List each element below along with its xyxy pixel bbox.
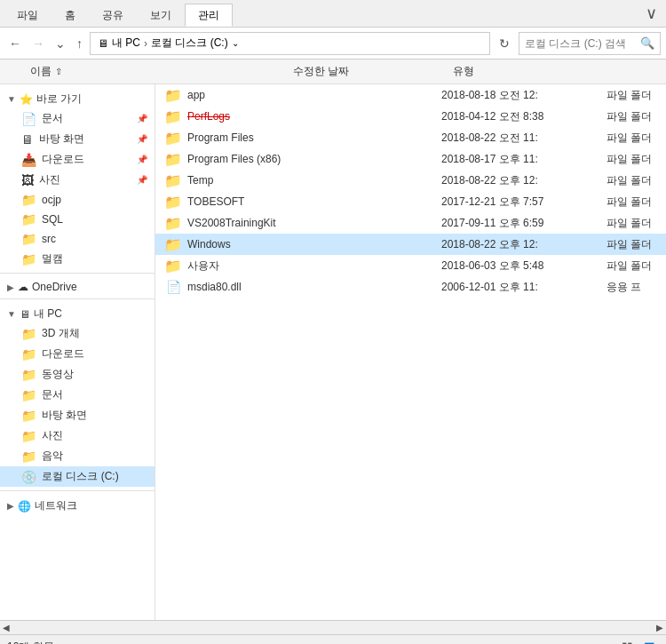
network-arrow: ▶	[7, 501, 14, 511]
folder-3d-icon: 📁	[21, 327, 36, 341]
sidebar-item-mulcam[interactable]: 📁 멀캠	[0, 249, 155, 269]
mypc-arrow: ▼	[7, 309, 16, 319]
path-segment-pc[interactable]: 내 PC	[112, 36, 140, 51]
search-input[interactable]	[525, 37, 640, 50]
forward-button[interactable]: →	[28, 35, 48, 52]
table-row[interactable]: 📁 Program Files 2018-08-22 오전 11: 파일 폴더	[155, 127, 666, 148]
folder-icon: 🖥	[21, 132, 34, 147]
table-row[interactable]: 📁 app 2018-08-18 오전 12: 파일 폴더	[155, 84, 666, 106]
file-name: Program Files (x86)	[187, 153, 436, 165]
file-date: 2018-06-03 오후 5:48	[441, 258, 601, 274]
folder-icon: 📁	[164, 151, 182, 168]
sidebar-item-desktop-quick[interactable]: 🖥 바탕 화면 📌	[0, 129, 155, 149]
table-row[interactable]: 📁 Temp 2018-08-22 오후 12: 파일 폴더	[155, 170, 666, 191]
hscroll-right-btn[interactable]: ▶	[654, 623, 666, 632]
folder-icon: 📁	[164, 215, 182, 232]
file-name: Temp	[187, 174, 436, 187]
file-type: 응용 프	[607, 280, 666, 295]
sidebar-item-desktop[interactable]: 📁 바탕 화면	[0, 405, 155, 425]
sidebar-item-local-disk[interactable]: 💿 로컬 디스크 (C:)	[0, 466, 155, 487]
tab-view[interactable]: 보기	[137, 4, 185, 27]
sort-arrow: ⇧	[55, 67, 62, 76]
address-path[interactable]: 🖥 내 PC › 로컬 디스크 (C:) ⌄	[90, 32, 490, 55]
col-header-type[interactable]: 유형	[453, 64, 666, 79]
file-date: 2017-09-11 오후 6:59	[441, 216, 601, 231]
quickaccess-arrow: ▼	[7, 94, 16, 104]
table-row[interactable]: 📁 PerfLogs 2018-04-12 오전 8:38 파일 폴더	[155, 106, 666, 127]
tab-share[interactable]: 공유	[89, 4, 137, 27]
tab-home[interactable]: 홈	[52, 4, 89, 27]
pin-icon: 📌	[137, 155, 147, 164]
file-type: 파일 폴더	[607, 109, 666, 124]
file-type: 파일 폴더	[607, 216, 666, 231]
back-button[interactable]: ←	[5, 35, 25, 52]
table-row[interactable]: 📁 Windows 2018-08-22 오후 12: 파일 폴더	[155, 234, 666, 255]
sidebar-item-src[interactable]: 📁 src	[0, 229, 155, 249]
ribbon-dropdown[interactable]: ∨	[637, 0, 666, 27]
sidebar-group-mypc[interactable]: ▼ 🖥 내 PC	[0, 303, 155, 323]
sidebar-item-music[interactable]: 📁 음악	[0, 446, 155, 466]
file-name: msdia80.dll	[187, 281, 436, 293]
path-dropdown-arrow[interactable]: ⌄	[232, 38, 239, 48]
sidebar-item-3d[interactable]: 📁 3D 개체	[0, 323, 155, 344]
sidebar-item-sql[interactable]: 📁 SQL	[0, 210, 155, 229]
sidebar-group-quickaccess[interactable]: ▼ ⭐ 바로 가기	[0, 88, 155, 108]
sidebar-group-network[interactable]: ▶ 🌐 네트워크	[0, 495, 155, 515]
file-name: 사용자	[187, 258, 436, 274]
search-icon: 🔍	[640, 36, 654, 50]
sidebar-group-onedrive[interactable]: ▶ ☁ OneDrive	[0, 277, 155, 295]
folder-icon: 📁	[21, 193, 36, 207]
tab-bar: 파일 홈 공유 보기 관리 ∨	[0, 0, 666, 27]
table-row[interactable]: 📁 VS2008TrainingKit 2017-09-11 오후 6:59 파…	[155, 212, 666, 234]
sidebar-item-ocjp[interactable]: 📁 ocjp	[0, 190, 155, 210]
file-type: 파일 폴더	[607, 195, 666, 210]
file-date: 2018-08-22 오후 12:	[441, 173, 601, 188]
pin-icon: 📌	[137, 114, 147, 123]
file-type: 파일 폴더	[607, 131, 666, 146]
col-header-name[interactable]: 이름 ⇧	[27, 64, 293, 79]
file-name: TOBESOFT	[187, 195, 436, 208]
hscroll-track[interactable]	[12, 623, 654, 633]
file-date: 2006-12-01 오후 11:	[441, 280, 601, 295]
sidebar-item-documents-quick[interactable]: 📄 문서 📌	[0, 108, 155, 129]
path-segment-drive[interactable]: 로컬 디스크 (C:)	[151, 36, 228, 51]
sidebar-divider-2	[0, 298, 155, 299]
search-box[interactable]: 🔍	[519, 32, 661, 55]
file-name: PerfLogs	[187, 110, 436, 123]
sidebar-item-pictures-quick[interactable]: 🖼 사진 📌	[0, 170, 155, 190]
sidebar-item-documents[interactable]: 📁 문서	[0, 385, 155, 405]
tab-manage[interactable]: 관리	[185, 4, 233, 27]
folder-icon: 📁	[21, 347, 36, 362]
horizontal-scrollbar[interactable]: ◀ ▶	[0, 620, 666, 634]
folder-icon: 📁	[21, 252, 36, 266]
file-date: 2018-08-17 오후 11:	[441, 152, 601, 167]
details-view-button[interactable]: ☷	[618, 639, 637, 645]
folder-icon: 📁	[164, 194, 182, 211]
file-date: 2018-08-22 오후 12:	[441, 237, 601, 252]
sidebar-item-videos[interactable]: 📁 동영상	[0, 364, 155, 385]
file-date: 2018-04-12 오전 8:38	[441, 109, 601, 124]
folder-icon: 🖼	[21, 173, 34, 187]
table-row[interactable]: 📁 Program Files (x86) 2018-08-17 오후 11: …	[155, 148, 666, 170]
folder-icon: 📁	[21, 388, 36, 402]
table-row[interactable]: 📁 사용자 2018-06-03 오후 5:48 파일 폴더	[155, 255, 666, 276]
refresh-button[interactable]: ↻	[494, 35, 515, 52]
sidebar-divider-1	[0, 273, 155, 274]
file-date: 2017-12-21 오후 7:57	[441, 195, 601, 210]
sidebar-item-downloads[interactable]: 📁 다운로드	[0, 344, 155, 364]
table-row[interactable]: 📁 TOBESOFT 2017-12-21 오후 7:57 파일 폴더	[155, 191, 666, 212]
sidebar-divider-3	[0, 490, 155, 491]
sidebar: ▼ ⭐ 바로 가기 📄 문서 📌 🖥 바탕 화면 📌 📥 다운로드 📌 🖼 사진…	[0, 84, 155, 620]
sidebar-quickaccess-label: ⭐	[20, 93, 33, 106]
up-button[interactable]: ↑	[73, 35, 86, 52]
hscroll-left-btn[interactable]: ◀	[0, 623, 12, 632]
sidebar-item-downloads-quick[interactable]: 📥 다운로드 📌	[0, 149, 155, 170]
recent-button[interactable]: ⌄	[52, 35, 69, 52]
tab-file[interactable]: 파일	[4, 4, 52, 27]
file-type: 파일 폴더	[607, 237, 666, 252]
file-name: Windows	[187, 238, 436, 250]
table-row[interactable]: 📄 msdia80.dll 2006-12-01 오후 11: 응용 프	[155, 276, 666, 298]
list-view-button[interactable]: ☰	[640, 639, 659, 645]
sidebar-item-pictures[interactable]: 📁 사진	[0, 425, 155, 446]
col-header-date[interactable]: 수정한 날짜	[293, 64, 453, 79]
